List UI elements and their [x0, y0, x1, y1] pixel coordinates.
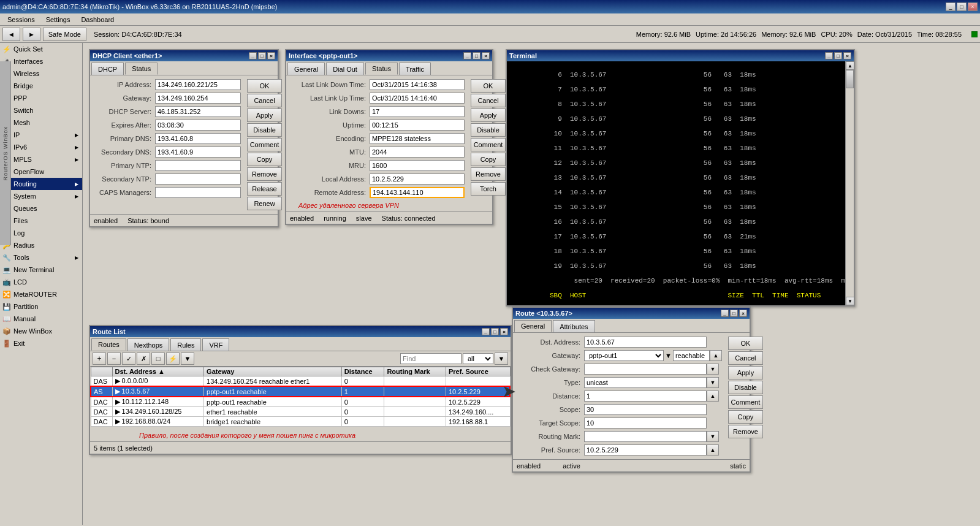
- dhcp-disable-button[interactable]: Disable: [247, 123, 282, 137]
- re-pref-source-input[interactable]: [584, 444, 707, 455]
- last-link-up-input[interactable]: [370, 93, 465, 104]
- re-check-gateway-down[interactable]: ▼: [707, 364, 719, 375]
- sidebar-item-ppp[interactable]: 🔗 PPP: [0, 92, 82, 104]
- route-edit-maximize-btn[interactable]: □: [730, 310, 738, 317]
- re-distance-up[interactable]: ▲: [707, 391, 719, 402]
- dhcp-maximize-btn[interactable]: □: [258, 52, 266, 59]
- dhcp-cancel-button[interactable]: Cancel: [247, 94, 282, 107]
- mru-input[interactable]: [370, 160, 465, 171]
- link-downs-input[interactable]: [370, 106, 465, 117]
- secondary-ntp-input[interactable]: [155, 173, 241, 185]
- route-flash-button[interactable]: ⚡: [166, 353, 180, 365]
- interface-disable-button[interactable]: Disable: [471, 123, 506, 137]
- route-remove-button[interactable]: −: [107, 353, 121, 365]
- terminal-scrollbar[interactable]: ▲ ▼: [845, 61, 854, 305]
- tab-status[interactable]: Status: [365, 63, 398, 75]
- re-type-btn[interactable]: ▼: [707, 377, 719, 388]
- interface-remove-button[interactable]: Remove: [471, 167, 506, 181]
- route-filter-button[interactable]: ▼: [181, 353, 194, 365]
- re-apply-button[interactable]: Apply: [728, 366, 763, 379]
- route-search-input[interactable]: [400, 353, 462, 364]
- tab-general[interactable]: General: [287, 63, 325, 75]
- menu-settings[interactable]: Settings: [41, 15, 75, 24]
- dhcp-release-button[interactable]: Release: [247, 182, 282, 196]
- sidebar-item-exit[interactable]: 🚪 Exit: [0, 337, 82, 349]
- gateway-input[interactable]: [155, 93, 241, 104]
- route-add-button[interactable]: +: [93, 353, 106, 365]
- sidebar-item-log[interactable]: 📋 Log: [0, 227, 82, 239]
- remote-address-input[interactable]: [370, 187, 465, 198]
- sidebar-item-mpls[interactable]: 〰 MPLS ▶: [0, 153, 82, 166]
- minimize-button[interactable]: _: [946, 2, 955, 11]
- encoding-input[interactable]: [370, 133, 465, 144]
- col-distance[interactable]: Distance: [341, 367, 384, 376]
- sidebar-item-files[interactable]: 📁 Files: [0, 215, 82, 227]
- terminal-scroll-down[interactable]: ▼: [846, 297, 854, 305]
- tab-traffic[interactable]: Traffic: [399, 63, 431, 75]
- sidebar-item-system[interactable]: ⚙ System ▶: [0, 190, 82, 202]
- re-gateway-dropdown[interactable]: pptp-out1: [584, 350, 664, 361]
- dhcp-server-input[interactable]: [155, 106, 241, 117]
- table-row[interactable]: DAC ▶ 192.168.88.0/24 bridge1 reachable …: [91, 417, 510, 427]
- close-button[interactable]: ×: [968, 2, 978, 11]
- table-row[interactable]: AS ▶ 10.3.5.67 pptp-out1 reachable 1 10.…: [91, 386, 510, 397]
- local-address-input[interactable]: [370, 173, 465, 185]
- tab-rules[interactable]: Rules: [170, 338, 201, 351]
- route-list-minimize-btn[interactable]: _: [482, 328, 490, 335]
- tab-route-attributes[interactable]: Attributes: [553, 320, 594, 332]
- table-row[interactable]: DAC ▶ 10.112.112.148 pptp-out1 reachable…: [91, 397, 510, 407]
- maximize-button[interactable]: □: [957, 2, 967, 11]
- interface-ok-button[interactable]: OK: [471, 79, 506, 93]
- ip-address-input[interactable]: [155, 79, 241, 90]
- route-dropdown-button[interactable]: ▼: [495, 353, 508, 365]
- sidebar-item-bridge[interactable]: 🌉 Bridge: [0, 80, 82, 92]
- tab-dial-out[interactable]: Dial Out: [326, 63, 364, 75]
- re-dst-address-input[interactable]: [584, 337, 707, 348]
- table-row[interactable]: DAC ▶ 134.249.160.128/25 ether1 reachabl…: [91, 407, 510, 417]
- re-distance-input[interactable]: [584, 391, 707, 402]
- terminal-text-area[interactable]: 6 10.3.5.67 56 63 18ms 7 10.3.5.67 56 63…: [507, 61, 845, 305]
- route-check-button[interactable]: ✓: [122, 353, 135, 365]
- sidebar-item-quickset[interactable]: ⚡ Quick Set: [0, 43, 82, 55]
- sidebar-item-radius[interactable]: 🔑 Radius: [0, 239, 82, 251]
- sidebar-item-manual[interactable]: 📖 Manual: [0, 313, 82, 325]
- re-gateway-up-button[interactable]: ▲: [710, 350, 722, 361]
- col-dst-address[interactable]: Dst. Address ▲: [112, 367, 204, 376]
- safe-mode-button[interactable]: Safe Mode: [43, 28, 86, 41]
- interface-torch-button[interactable]: Torch: [471, 182, 506, 196]
- re-scope-input[interactable]: [584, 404, 707, 415]
- sidebar-item-lcd[interactable]: 📺 LCD: [0, 276, 82, 288]
- back-button[interactable]: ◄: [2, 28, 20, 41]
- route-edit-minimize-btn[interactable]: _: [721, 310, 729, 317]
- col-flag[interactable]: [91, 367, 112, 376]
- uptime-input[interactable]: [370, 120, 465, 131]
- col-pref-source[interactable]: Pref. Source: [446, 367, 510, 376]
- forward-button[interactable]: ►: [23, 28, 40, 41]
- last-link-down-input[interactable]: [370, 79, 465, 90]
- route-edit-close-btn[interactable]: ×: [739, 310, 747, 317]
- tab-nexthops[interactable]: Nexthops: [127, 338, 169, 351]
- route-list-maximize-btn[interactable]: □: [491, 328, 499, 335]
- col-gateway[interactable]: Gateway: [204, 367, 342, 376]
- re-target-scope-input[interactable]: [584, 417, 707, 429]
- interface-copy-button[interactable]: Copy: [471, 153, 506, 166]
- terminal-scroll-up[interactable]: ▲: [846, 61, 854, 70]
- sidebar-item-routing[interactable]: 🛣 Routing ▶: [0, 178, 82, 190]
- sidebar-item-wireless[interactable]: 📶 Wireless: [0, 67, 82, 80]
- sidebar-item-ipv6[interactable]: 🌐 IPv6 ▶: [0, 141, 82, 153]
- dhcp-renew-button[interactable]: Renew: [247, 197, 282, 210]
- mtu-input[interactable]: [370, 147, 465, 158]
- re-comment-button[interactable]: Comment: [728, 395, 763, 409]
- re-type-input[interactable]: [584, 377, 707, 388]
- sidebar-item-queues[interactable]: 📋 Queues: [0, 202, 82, 215]
- re-gateway-extra[interactable]: [673, 350, 710, 361]
- sidebar-item-partition[interactable]: 💾 Partition: [0, 300, 82, 313]
- sidebar-item-switch[interactable]: 🔄 Switch: [0, 104, 82, 116]
- re-remove-button[interactable]: Remove: [728, 425, 763, 438]
- interface-apply-button[interactable]: Apply: [471, 109, 506, 122]
- terminal-maximize-btn[interactable]: □: [834, 52, 842, 59]
- re-check-gateway-input[interactable]: [584, 364, 707, 375]
- terminal-minimize-btn[interactable]: _: [825, 52, 833, 59]
- terminal-close-btn[interactable]: ×: [843, 52, 851, 59]
- menu-sessions[interactable]: Sessions: [2, 15, 40, 24]
